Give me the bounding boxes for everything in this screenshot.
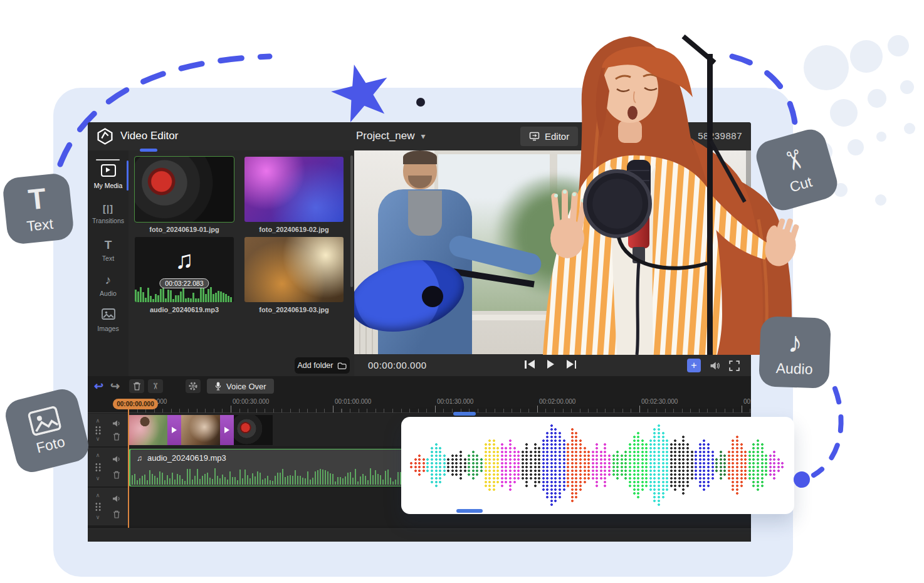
track-header: ∧ ∨ bbox=[88, 448, 129, 486]
sidebar-item-text[interactable]: T Text bbox=[88, 238, 129, 262]
ruler-label: 00:02:30.000 bbox=[641, 398, 678, 405]
timeline-ruler[interactable]: 00:00:00.00000:00:30.00000:01:00.00000:0… bbox=[88, 396, 751, 413]
decor-circle bbox=[875, 194, 886, 206]
add-folder-button[interactable]: Add folder bbox=[295, 357, 350, 374]
media-thumbnail-acoustic bbox=[244, 237, 344, 302]
add-media-button[interactable]: + bbox=[687, 359, 701, 372]
folder-icon bbox=[337, 362, 347, 370]
collapse-up-button[interactable]: ∧ bbox=[96, 453, 100, 458]
video-clip[interactable] bbox=[181, 415, 220, 445]
timeline-footer bbox=[88, 528, 751, 542]
decor-circle bbox=[876, 132, 886, 142]
voice-over-button[interactable]: Voice Over bbox=[207, 379, 274, 394]
video-clip[interactable] bbox=[234, 415, 273, 445]
step-back-button[interactable] bbox=[525, 360, 535, 369]
microphone-icon bbox=[214, 381, 222, 391]
playhead-pill[interactable]: 00:00:00.000 bbox=[113, 399, 158, 409]
ruler-major-ticks bbox=[129, 406, 751, 412]
scrollbar-segment[interactable] bbox=[456, 509, 483, 513]
monitor-icon bbox=[529, 132, 540, 141]
undo-button[interactable]: ↩ bbox=[94, 379, 103, 393]
panel-scroll-indicator bbox=[140, 149, 157, 152]
music-note-icon: ♫ bbox=[137, 454, 142, 463]
play-button[interactable] bbox=[547, 360, 554, 369]
guitarist-hair bbox=[403, 150, 437, 164]
sidebar-item-transitions[interactable]: [|] Transitions bbox=[88, 203, 129, 224]
audio-tool-tile[interactable]: ♪ Audio bbox=[759, 316, 831, 389]
frame-edge bbox=[746, 150, 751, 354]
video-clip[interactable] bbox=[129, 415, 167, 445]
collapse-down-button[interactable]: ∨ bbox=[96, 436, 100, 442]
collapse-down-button[interactable]: ∨ bbox=[96, 476, 100, 481]
mute-button[interactable] bbox=[112, 419, 121, 428]
collapse-down-button[interactable]: ∨ bbox=[96, 515, 100, 520]
collapse-up-button[interactable]: ∧ bbox=[96, 493, 100, 498]
mute-button[interactable] bbox=[112, 495, 121, 503]
dashed-arc-bottom-right bbox=[814, 389, 841, 475]
playhead-line[interactable] bbox=[128, 409, 129, 528]
duration-badge: 00:03:22.083 bbox=[159, 278, 209, 288]
cut-clip-button[interactable]: ✂ bbox=[148, 379, 163, 393]
app-header: Video Editor Project_new▾ Editor 5823988… bbox=[88, 122, 751, 150]
redo-button[interactable]: ↪ bbox=[110, 379, 120, 393]
fullscreen-icon[interactable] bbox=[729, 360, 740, 371]
current-timecode: 00:00:00.000 bbox=[368, 360, 427, 370]
mute-button[interactable] bbox=[112, 455, 121, 463]
window-sill bbox=[434, 315, 688, 320]
editor-mode-button[interactable]: Editor bbox=[520, 127, 578, 146]
transition-clip[interactable] bbox=[167, 415, 181, 445]
preview-player: 00:00:00.000 + bbox=[354, 150, 751, 376]
sidebar-divider bbox=[96, 159, 120, 160]
decor-circle bbox=[804, 45, 849, 90]
drag-handle-icon[interactable] bbox=[95, 426, 102, 434]
decor-circle bbox=[900, 80, 914, 94]
media-thumbnail-turntable bbox=[135, 157, 234, 222]
decor-circle bbox=[888, 35, 909, 56]
media-item-audio[interactable]: ♫ 00:03:22.083 audio_20240619.mp3 bbox=[135, 237, 234, 313]
ruler-label: 00:01:30.000 bbox=[437, 398, 473, 405]
drag-handle-icon[interactable] bbox=[95, 502, 102, 511]
sidebar-item-my-media[interactable]: My Media bbox=[88, 164, 129, 189]
app-body: My Media [|] Transitions T Text ♪ Audio bbox=[88, 150, 751, 376]
music-note-icon: ♪ bbox=[787, 327, 803, 357]
media-thumbnail-audio: ♫ 00:03:22.083 bbox=[135, 237, 234, 302]
music-note-icon: ♪ bbox=[105, 273, 112, 286]
ruler-label: 00:02:00.000 bbox=[539, 398, 575, 405]
track-delete-button[interactable] bbox=[113, 510, 120, 518]
media-panel: foto_20240619-01.jpg foto_20240619-02.jp… bbox=[129, 150, 354, 376]
waveform-dots bbox=[410, 421, 785, 509]
preview-video-frame bbox=[354, 150, 751, 354]
audio-clip-name: audio_20240619.mp3 bbox=[147, 453, 226, 463]
transition-clip[interactable] bbox=[220, 415, 234, 445]
sidebar-item-images[interactable]: Images bbox=[88, 308, 129, 332]
media-panel-scrollbar[interactable] bbox=[350, 155, 353, 287]
delete-button[interactable] bbox=[129, 379, 144, 393]
scrollbar-segment[interactable] bbox=[453, 412, 476, 416]
scissors-icon: ✂ bbox=[778, 145, 809, 174]
trash-icon bbox=[133, 382, 141, 391]
track-delete-button[interactable] bbox=[113, 433, 120, 441]
collapse-up-button[interactable]: ∧ bbox=[96, 418, 100, 424]
media-item-foto-01[interactable]: foto_20240619-01.jpg bbox=[135, 157, 234, 233]
preview-controls: 00:00:00.000 + bbox=[354, 354, 751, 376]
sidebar-item-audio[interactable]: ♪ Audio bbox=[88, 273, 129, 297]
guitar-soundhole bbox=[422, 286, 443, 307]
volume-icon[interactable] bbox=[710, 361, 720, 370]
my-media-icon bbox=[101, 164, 116, 177]
play-icon bbox=[172, 427, 177, 433]
transitions-icon: [|] bbox=[103, 203, 113, 214]
image-icon bbox=[102, 308, 115, 320]
chevron-down-icon: ▾ bbox=[421, 131, 426, 141]
drag-handle-icon[interactable] bbox=[95, 463, 102, 471]
text-tool-tile[interactable]: T Text bbox=[2, 172, 75, 245]
settings-button[interactable] bbox=[186, 379, 201, 393]
decor-circle bbox=[850, 40, 883, 73]
media-item-foto-03[interactable]: foto_20240619-03.jpg bbox=[244, 237, 344, 313]
media-item-foto-02[interactable]: foto_20240619-02.jpg bbox=[244, 157, 344, 233]
step-forward-button[interactable] bbox=[567, 360, 577, 369]
page: Video Editor Project_new▾ Editor 5823988… bbox=[0, 0, 924, 583]
track-delete-button[interactable] bbox=[113, 471, 120, 479]
waveform-card bbox=[401, 417, 794, 514]
project-name-dropdown[interactable]: Project_new▾ bbox=[356, 130, 426, 142]
ruler-label: 00:01:00.000 bbox=[335, 398, 371, 405]
